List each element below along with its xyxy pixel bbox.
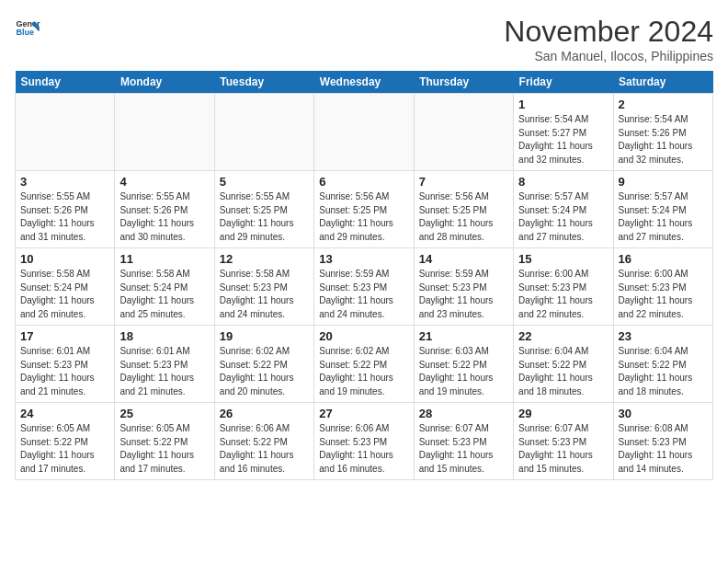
weekday-header-sunday: Sunday bbox=[16, 71, 115, 94]
day-cell: 22Sunrise: 6:04 AM Sunset: 5:22 PM Dayli… bbox=[514, 326, 613, 403]
day-number: 18 bbox=[119, 329, 209, 343]
day-info: Sunrise: 5:55 AM Sunset: 5:25 PM Dayligh… bbox=[220, 190, 309, 244]
day-info: Sunrise: 6:03 AM Sunset: 5:22 PM Dayligh… bbox=[419, 345, 508, 398]
day-info: Sunrise: 6:02 AM Sunset: 5:22 PM Dayligh… bbox=[220, 345, 309, 398]
weekday-header-thursday: Thursday bbox=[414, 71, 513, 94]
day-info: Sunrise: 6:07 AM Sunset: 5:23 PM Dayligh… bbox=[518, 422, 608, 476]
day-info: Sunrise: 5:54 AM Sunset: 5:26 PM Dayligh… bbox=[619, 113, 708, 167]
day-number: 21 bbox=[419, 329, 508, 343]
day-info: Sunrise: 5:59 AM Sunset: 5:23 PM Dayligh… bbox=[319, 268, 408, 321]
day-number: 10 bbox=[20, 252, 109, 266]
day-info: Sunrise: 5:58 AM Sunset: 5:24 PM Dayligh… bbox=[20, 268, 109, 321]
day-number: 12 bbox=[220, 252, 309, 266]
day-info: Sunrise: 5:56 AM Sunset: 5:25 PM Dayligh… bbox=[419, 190, 508, 244]
day-cell: 29Sunrise: 6:07 AM Sunset: 5:23 PM Dayli… bbox=[514, 403, 613, 480]
day-number: 4 bbox=[119, 175, 209, 189]
day-number: 16 bbox=[619, 252, 708, 266]
day-number: 15 bbox=[518, 252, 608, 266]
day-number: 29 bbox=[518, 407, 608, 420]
day-cell: 10Sunrise: 5:58 AM Sunset: 5:24 PM Dayli… bbox=[16, 248, 115, 326]
svg-text:Blue: Blue bbox=[16, 28, 34, 37]
weekday-header-row: SundayMondayTuesdayWednesdayThursdayFrid… bbox=[16, 71, 713, 94]
day-info: Sunrise: 6:02 AM Sunset: 5:22 PM Dayligh… bbox=[319, 345, 408, 398]
day-cell: 14Sunrise: 5:59 AM Sunset: 5:23 PM Dayli… bbox=[414, 248, 513, 326]
day-info: Sunrise: 5:57 AM Sunset: 5:24 PM Dayligh… bbox=[619, 190, 708, 244]
day-number: 24 bbox=[20, 407, 109, 420]
day-number: 3 bbox=[20, 175, 109, 189]
day-number: 11 bbox=[119, 252, 209, 266]
day-cell: 26Sunrise: 6:06 AM Sunset: 5:22 PM Dayli… bbox=[214, 403, 313, 480]
day-cell: 17Sunrise: 6:01 AM Sunset: 5:23 PM Dayli… bbox=[16, 326, 115, 403]
day-number: 9 bbox=[619, 175, 708, 189]
day-cell: 27Sunrise: 6:06 AM Sunset: 5:23 PM Dayli… bbox=[314, 403, 414, 480]
day-cell: 15Sunrise: 6:00 AM Sunset: 5:23 PM Dayli… bbox=[514, 248, 613, 326]
day-cell bbox=[214, 94, 313, 171]
weekday-header-friday: Friday bbox=[514, 71, 613, 94]
day-number: 7 bbox=[419, 175, 508, 189]
weekday-header-monday: Monday bbox=[115, 71, 214, 94]
day-cell: 30Sunrise: 6:08 AM Sunset: 5:23 PM Dayli… bbox=[613, 403, 712, 480]
day-number: 30 bbox=[619, 407, 708, 420]
day-number: 8 bbox=[518, 175, 608, 189]
day-info: Sunrise: 6:06 AM Sunset: 5:22 PM Dayligh… bbox=[220, 422, 309, 476]
day-cell: 6Sunrise: 5:56 AM Sunset: 5:25 PM Daylig… bbox=[314, 171, 414, 248]
day-number: 25 bbox=[119, 407, 209, 420]
day-info: Sunrise: 6:08 AM Sunset: 5:23 PM Dayligh… bbox=[619, 422, 708, 476]
day-number: 23 bbox=[619, 329, 708, 343]
week-row-4: 17Sunrise: 6:01 AM Sunset: 5:23 PM Dayli… bbox=[16, 326, 713, 403]
day-info: Sunrise: 6:00 AM Sunset: 5:23 PM Dayligh… bbox=[518, 268, 608, 321]
day-cell: 24Sunrise: 6:05 AM Sunset: 5:22 PM Dayli… bbox=[16, 403, 115, 480]
day-cell bbox=[16, 94, 115, 171]
day-cell: 25Sunrise: 6:05 AM Sunset: 5:22 PM Dayli… bbox=[115, 403, 214, 480]
day-cell: 23Sunrise: 6:04 AM Sunset: 5:22 PM Dayli… bbox=[613, 326, 712, 403]
day-info: Sunrise: 6:04 AM Sunset: 5:22 PM Dayligh… bbox=[518, 345, 608, 398]
page-header: General Blue November 2024 San Manuel, I… bbox=[15, 15, 713, 63]
day-info: Sunrise: 5:55 AM Sunset: 5:26 PM Dayligh… bbox=[20, 190, 109, 244]
day-cell: 16Sunrise: 6:00 AM Sunset: 5:23 PM Dayli… bbox=[613, 248, 712, 326]
day-cell: 18Sunrise: 6:01 AM Sunset: 5:23 PM Dayli… bbox=[115, 326, 214, 403]
day-info: Sunrise: 6:07 AM Sunset: 5:23 PM Dayligh… bbox=[419, 422, 508, 476]
day-number: 5 bbox=[220, 175, 309, 189]
day-cell: 13Sunrise: 5:59 AM Sunset: 5:23 PM Dayli… bbox=[314, 248, 414, 326]
day-cell: 5Sunrise: 5:55 AM Sunset: 5:25 PM Daylig… bbox=[214, 171, 313, 248]
day-cell: 21Sunrise: 6:03 AM Sunset: 5:22 PM Dayli… bbox=[414, 326, 513, 403]
day-info: Sunrise: 6:05 AM Sunset: 5:22 PM Dayligh… bbox=[20, 422, 109, 476]
day-cell: 28Sunrise: 6:07 AM Sunset: 5:23 PM Dayli… bbox=[414, 403, 513, 480]
title-block: November 2024 San Manuel, Ilocos, Philip… bbox=[504, 15, 713, 63]
day-cell: 12Sunrise: 5:58 AM Sunset: 5:23 PM Dayli… bbox=[214, 248, 313, 326]
month-title: November 2024 bbox=[504, 15, 713, 49]
week-row-3: 10Sunrise: 5:58 AM Sunset: 5:24 PM Dayli… bbox=[16, 248, 713, 326]
day-number: 6 bbox=[319, 175, 408, 189]
day-number: 2 bbox=[619, 98, 708, 111]
day-cell: 9Sunrise: 5:57 AM Sunset: 5:24 PM Daylig… bbox=[613, 171, 712, 248]
weekday-header-tuesday: Tuesday bbox=[214, 71, 313, 94]
day-info: Sunrise: 5:58 AM Sunset: 5:24 PM Dayligh… bbox=[119, 268, 209, 321]
day-info: Sunrise: 5:58 AM Sunset: 5:23 PM Dayligh… bbox=[220, 268, 309, 321]
logo-icon: General Blue bbox=[15, 15, 40, 40]
day-info: Sunrise: 6:00 AM Sunset: 5:23 PM Dayligh… bbox=[619, 268, 708, 321]
day-info: Sunrise: 6:06 AM Sunset: 5:23 PM Dayligh… bbox=[319, 422, 408, 476]
day-cell bbox=[414, 94, 513, 171]
day-info: Sunrise: 5:56 AM Sunset: 5:25 PM Dayligh… bbox=[319, 190, 408, 244]
logo: General Blue bbox=[15, 15, 40, 40]
day-number: 14 bbox=[419, 252, 508, 266]
day-number: 19 bbox=[220, 329, 309, 343]
day-number: 17 bbox=[20, 329, 109, 343]
day-number: 20 bbox=[319, 329, 408, 343]
day-number: 22 bbox=[518, 329, 608, 343]
calendar-table: SundayMondayTuesdayWednesdayThursdayFrid… bbox=[15, 71, 713, 480]
day-cell: 11Sunrise: 5:58 AM Sunset: 5:24 PM Dayli… bbox=[115, 248, 214, 326]
day-number: 26 bbox=[220, 407, 309, 420]
day-cell: 20Sunrise: 6:02 AM Sunset: 5:22 PM Dayli… bbox=[314, 326, 414, 403]
day-cell: 2Sunrise: 5:54 AM Sunset: 5:26 PM Daylig… bbox=[613, 94, 712, 171]
day-info: Sunrise: 6:05 AM Sunset: 5:22 PM Dayligh… bbox=[119, 422, 209, 476]
day-info: Sunrise: 6:01 AM Sunset: 5:23 PM Dayligh… bbox=[119, 345, 209, 398]
day-info: Sunrise: 5:59 AM Sunset: 5:23 PM Dayligh… bbox=[419, 268, 508, 321]
day-cell bbox=[115, 94, 214, 171]
day-number: 13 bbox=[319, 252, 408, 266]
day-number: 27 bbox=[319, 407, 408, 420]
weekday-header-saturday: Saturday bbox=[613, 71, 712, 94]
day-info: Sunrise: 5:55 AM Sunset: 5:26 PM Dayligh… bbox=[119, 190, 209, 244]
day-info: Sunrise: 5:54 AM Sunset: 5:27 PM Dayligh… bbox=[518, 113, 608, 167]
weekday-header-wednesday: Wednesday bbox=[314, 71, 414, 94]
